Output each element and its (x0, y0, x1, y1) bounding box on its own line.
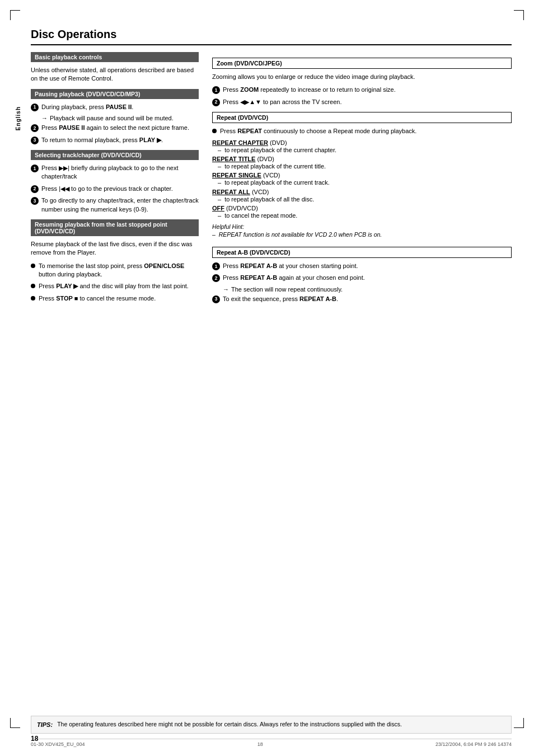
dash-sym-5: – (218, 212, 221, 220)
resuming-bullet-text-1: To memorise the last stop point, press O… (39, 262, 199, 279)
corner-mark-tr (514, 10, 524, 20)
selecting-item-2: 2 Press |◀◀ to go to the previous track … (31, 185, 199, 193)
selecting-num-1: 1 (31, 165, 39, 172)
repeat-single-category: REPEAT SINGLE (VCD) – to repeat playback… (212, 172, 512, 187)
dash-sym-4: – (218, 195, 221, 204)
repeat-single-title: REPEAT SINGLE (VCD) (212, 172, 512, 179)
dash-sym-2: – (218, 162, 221, 171)
page-title: Disc Operations (31, 28, 512, 45)
zoom-section-header: Zoom (DVD/VCD/JPEG) (212, 58, 512, 69)
repeat-single-dash: – to repeat playback of the current trac… (218, 179, 512, 187)
pausing-item-1: 1 During playback, press PAUSE II. (31, 103, 199, 111)
zoom-item-1: 1 Press ZOOM repeatedly to increase or t… (212, 86, 512, 94)
repeat-title-dash: – to repeat playback of the current titl… (218, 162, 512, 171)
pausing-item-3: 3 To return to normal playback, press PL… (31, 136, 199, 144)
page: English Disc Operations Basic playback c… (0, 0, 534, 756)
tips-text: The operating features described here mi… (57, 720, 402, 729)
zoom-text-2: Press ◀▶▲▼ to pan across the TV screen. (223, 98, 341, 106)
selecting-num-3: 3 (31, 197, 39, 205)
zoom-intro-text: Zooming allows you to enlarge or reduce … (212, 73, 512, 81)
helpful-hint-label: Helpful Hint: (212, 223, 512, 231)
footer-info: 01-30 XDV425_EU_004 18 23/12/2004, 6:04 … (31, 739, 512, 747)
zoom-num-2: 2 (212, 98, 220, 106)
repeat-ab-num-3: 3 (212, 295, 220, 303)
bullet-dot-3 (31, 296, 35, 300)
basic-controls-header: Basic playback controls (31, 52, 199, 62)
helpful-hint: Helpful Hint: – REPEAT function is not a… (212, 223, 512, 239)
repeat-ab-text-1: Press REPEAT A-B at your chosen starting… (223, 262, 358, 270)
page-number: 18 (31, 735, 38, 743)
repeat-chapter-category: REPEAT CHAPTER (DVD) – to repeat playbac… (212, 139, 512, 154)
resuming-bullet-3: Press STOP ■ to cancel the resume mode. (31, 294, 199, 303)
pausing-num-3: 3 (31, 137, 39, 144)
tips-box: TIPS: The operating features described h… (31, 716, 512, 734)
repeat-ab-num-2: 2 (212, 274, 220, 282)
arrow-symbol-1: → (41, 115, 48, 121)
repeat-ab-section-header: Repeat A-B (DVD/VCD/CD) (212, 247, 512, 258)
selecting-text-2: Press |◀◀ to go to the previous track or… (41, 185, 173, 193)
repeat-ab-text-3: To exit the sequence, press REPEAT A-B. (223, 295, 338, 303)
repeat-bullet-dot (212, 129, 217, 133)
resuming-intro-text: Resume playback of the last five discs, … (31, 240, 199, 257)
dash-sym-1: – (218, 146, 221, 154)
dash-sym-3: – (218, 179, 221, 187)
repeat-title-dash-text: to repeat playback of the current title. (224, 162, 326, 171)
pausing-item-2: 2 Press PAUSE II again to select the nex… (31, 124, 199, 132)
left-column: Basic playback controls Unless otherwise… (31, 52, 199, 307)
selecting-text-1: Press ▶▶| briefly during playback to go … (41, 164, 199, 181)
repeat-chapter-dash-text: to repeat playback of the current chapte… (224, 146, 336, 154)
pausing-text-3: To return to normal playback, press PLAY… (41, 136, 163, 144)
tips-label: TIPS: (37, 720, 53, 729)
repeat-title-category: REPEAT TITLE (DVD) – to repeat playback … (212, 156, 512, 171)
repeat-bullet-text: Press REPEAT continuously to choose a Re… (220, 127, 416, 135)
repeat-ab-item-3: 3 To exit the sequence, press REPEAT A-B… (212, 295, 512, 303)
two-column-layout: Basic playback controls Unless otherwise… (31, 52, 512, 307)
pausing-arrow-text-1: Playback will pause and sound will be mu… (50, 115, 174, 121)
zoom-item-2: 2 Press ◀▶▲▼ to pan across the TV screen… (212, 98, 512, 106)
repeat-ab-text-2: Press REPEAT A-B again at your chosen en… (223, 274, 365, 282)
footer-page-num: 18 (257, 741, 263, 747)
repeat-all-title: REPEAT ALL (VCD) (212, 189, 512, 195)
zoom-text-1: Press ZOOM repeatedly to increase or to … (223, 86, 396, 94)
pausing-num-1: 1 (31, 104, 39, 111)
resuming-bullet-text-2: Press PLAY ▶ and the disc will play from… (39, 282, 189, 290)
arrow-symbol-ab: → (223, 286, 229, 293)
repeat-off-dash-text: to cancel the repeat mode. (224, 212, 297, 220)
repeat-off-title: OFF (DVD/VCD) (212, 205, 512, 212)
right-column: Zoom (DVD/VCD/JPEG) Zooming allows you t… (212, 52, 512, 307)
resuming-bullet-1: To memorise the last stop point, press O… (31, 262, 199, 279)
repeat-single-dash-text: to repeat playback of the current track. (224, 179, 330, 187)
pausing-section-header: Pausing playback (DVD/VCD/CD/MP3) (31, 89, 199, 99)
repeat-title-title: REPEAT TITLE (DVD) (212, 156, 512, 162)
repeat-chapter-dash: – to repeat playback of the current chap… (218, 146, 512, 154)
corner-mark-tl (10, 10, 20, 20)
corner-mark-br (514, 718, 524, 728)
repeat-chapter-title: REPEAT CHAPTER (DVD) (212, 139, 512, 146)
pausing-num-2: 2 (31, 124, 39, 132)
selecting-section-header: Selecting track/chapter (DVD/VCD/CD) (31, 150, 199, 160)
pausing-text-2: Press PAUSE II again to select the next … (41, 124, 189, 132)
helpful-hint-text: – REPEAT function is not available for V… (212, 231, 512, 239)
resuming-bullet-2: Press PLAY ▶ and the disc will play from… (31, 282, 199, 290)
repeat-ab-arrow-text: The section will now repeat continuously… (231, 286, 343, 293)
repeat-off-dash: – to cancel the repeat mode. (218, 212, 512, 220)
selecting-item-3: 3 To go directly to any chapter/track, e… (31, 196, 199, 214)
repeat-ab-num-1: 1 (212, 262, 220, 270)
resuming-section-header: Resuming playback from the last stopped … (31, 219, 199, 236)
footer-left: 01-30 XDV425_EU_004 (31, 741, 85, 747)
repeat-all-category: REPEAT ALL (VCD) – to repeat playback of… (212, 189, 512, 204)
selecting-num-2: 2 (31, 185, 39, 193)
selecting-text-3: To go directly to any chapter/track, ent… (41, 196, 199, 214)
pausing-text-1: During playback, press PAUSE II. (41, 103, 133, 111)
basic-intro-text: Unless otherwise stated, all operations … (31, 66, 199, 83)
repeat-all-dash-text: to repeat playback of all the disc. (224, 195, 314, 204)
resuming-bullet-text-3: Press STOP ■ to cancel the resume mode. (39, 294, 156, 303)
corner-mark-bl (10, 718, 20, 728)
repeat-off-category: OFF (DVD/VCD) – to cancel the repeat mod… (212, 205, 512, 220)
repeat-section-header: Repeat (DVD/VCD) (212, 112, 512, 123)
bullet-dot-1 (31, 264, 35, 268)
repeat-bullet: Press REPEAT continuously to choose a Re… (212, 127, 512, 135)
repeat-all-dash: – to repeat playback of all the disc. (218, 195, 512, 204)
sidebar-language-label: English (15, 106, 21, 130)
selecting-item-1: 1 Press ▶▶| briefly during playback to g… (31, 164, 199, 181)
